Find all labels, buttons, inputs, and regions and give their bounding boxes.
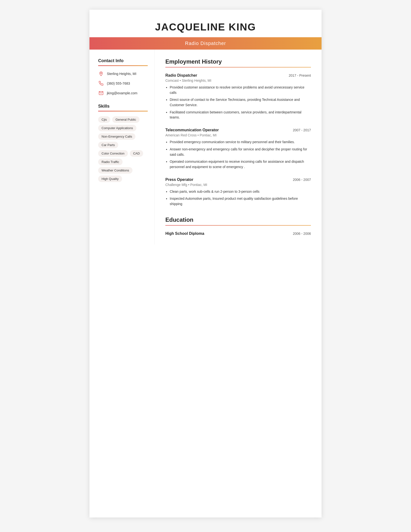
skill-tag: Color Correction <box>98 150 128 157</box>
job-company: Comcast • Sterling Heights, MI <box>165 79 311 83</box>
education-section-title: Education <box>165 216 311 223</box>
edu-title: High School Diploma <box>165 231 204 236</box>
resume-header: JACQUELINE KING <box>89 10 322 33</box>
title-bar: Radio Dispatcher <box>89 37 322 50</box>
jobs-container: Radio Dispatcher2017 - PresentComcast • … <box>165 73 311 207</box>
job-header: Press Operator2006 - 2007 <box>165 178 311 182</box>
skills-divider <box>98 111 148 112</box>
job-title: Telecommunication Operator <box>165 128 219 132</box>
contact-section-title: Contact Info <box>98 58 148 63</box>
skill-tag: Car Parts <box>98 142 118 148</box>
skill-tag: CAD <box>130 150 143 157</box>
employment-section-title: Employment History <box>165 58 311 65</box>
bullet-item: Facilitated communication between custom… <box>170 110 311 120</box>
left-column: Contact Info Sterling Heights, MI <box>89 50 155 245</box>
email-icon <box>98 90 104 96</box>
edu-entry: High School Diploma2006 - 2006 <box>165 231 311 236</box>
skills-tags-container: CjisGeneral PublicComputer ApplicationsN… <box>98 116 148 182</box>
skills-section-title: Skills <box>98 104 148 109</box>
contact-location: Sterling Heights, MI <box>98 71 148 77</box>
bullet-item: Provided customer assistance to resolve … <box>170 85 311 95</box>
contact-divider <box>98 65 148 66</box>
contact-section: Contact Info Sterling Heights, MI <box>98 58 148 96</box>
skill-tag: General Public <box>112 116 140 123</box>
education-section: Education High School Diploma2006 - 2006 <box>165 216 311 236</box>
job-bullets: Clean parts, work sub-cells & run 2-pers… <box>165 189 311 207</box>
contact-email: jking@example.com <box>98 90 148 96</box>
edu-dates: 2006 - 2006 <box>293 232 311 236</box>
job-entry: Press Operator2006 - 2007Challenge Mfg •… <box>165 178 311 207</box>
bullet-item: Provided emergency communication service… <box>170 140 311 145</box>
job-header: Telecommunication Operator2007 - 2017 <box>165 128 311 132</box>
job-entry: Radio Dispatcher2017 - PresentComcast • … <box>165 73 311 120</box>
contact-email-text: jking@example.com <box>107 91 137 95</box>
contact-phone-text: (360) 555-7683 <box>107 82 130 85</box>
candidate-name: JACQUELINE KING <box>99 21 312 33</box>
resume-body: Contact Info Sterling Heights, MI <box>89 50 322 245</box>
skill-tag: High Quality <box>98 176 122 182</box>
skill-tag: Cjis <box>98 116 110 123</box>
job-dates: 2006 - 2007 <box>293 178 311 182</box>
job-dates: 2007 - 2017 <box>293 128 311 132</box>
skill-tag: Computer Applications <box>98 125 136 131</box>
bullet-item: Direct source of contact to the Service … <box>170 97 311 108</box>
skill-tag: Non-Emergency Calls <box>98 133 135 140</box>
job-bullets: Provided emergency communication service… <box>165 140 311 170</box>
job-bullets: Provided customer assistance to resolve … <box>165 85 311 120</box>
svg-point-0 <box>101 73 102 74</box>
job-company: Challenge Mfg • Pontiac, MI <box>165 183 311 187</box>
bullet-item: Answer non-emergency and emergency calls… <box>170 147 311 157</box>
job-title-header: Radio Dispatcher <box>185 41 226 46</box>
resume-page: JACQUELINE KING Radio Dispatcher Contact… <box>89 10 322 517</box>
job-company: American Red Cross • Pontiac, MI <box>165 133 311 137</box>
bullet-item: Inspected Automotive parts, Insured prod… <box>170 196 311 207</box>
education-divider <box>165 225 311 226</box>
job-title: Press Operator <box>165 178 193 182</box>
employment-section: Employment History Radio Dispatcher2017 … <box>165 58 311 207</box>
edu-container: High School Diploma2006 - 2006 <box>165 231 311 236</box>
skills-section: Skills CjisGeneral PublicComputer Applic… <box>98 104 148 182</box>
skill-tag: Weather Conditions <box>98 167 132 174</box>
job-entry: Telecommunication Operator2007 - 2017Ame… <box>165 128 311 170</box>
contact-location-text: Sterling Heights, MI <box>107 72 136 76</box>
location-icon <box>98 71 104 77</box>
bullet-item: Clean parts, work sub-cells & run 2-pers… <box>170 189 311 194</box>
skill-tag: Radio Traffic <box>98 159 122 165</box>
right-column: Employment History Radio Dispatcher2017 … <box>155 50 322 245</box>
job-dates: 2017 - Present <box>289 74 311 77</box>
bullet-item: Operated communication equipment to rece… <box>170 159 311 170</box>
employment-divider <box>165 67 311 67</box>
contact-phone: (360) 555-7683 <box>98 81 148 86</box>
job-title: Radio Dispatcher <box>165 73 197 78</box>
phone-icon <box>98 81 104 86</box>
job-header: Radio Dispatcher2017 - Present <box>165 73 311 78</box>
